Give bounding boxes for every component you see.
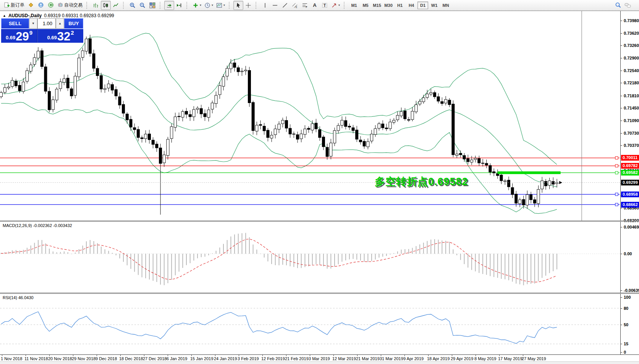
autotrading-button[interactable]: 自动交易 [56,1,84,10]
periods-button[interactable]: ▾ [203,1,215,10]
bull-candle [55,89,58,100]
macd-histogram-bar [404,249,405,254]
date-label: 18 Dec 2018 [119,356,143,361]
bear-candle [500,175,503,181]
pane-separator[interactable] [0,221,639,222]
collapse-triangle-icon[interactable]: ▲ [3,14,6,18]
favorites-button[interactable] [26,1,36,10]
macd-histogram-bar [445,241,446,254]
macd-histogram-bar [456,254,457,255]
highlight-trendline-segment[interactable] [498,171,561,174]
bull-candle [85,39,88,51]
search-button[interactable] [613,1,623,10]
svg-text:T: T [324,3,326,8]
sell-price-display[interactable]: 0.69 29 9 [1,29,37,43]
indicators-icon [193,2,199,8]
community-button[interactable] [36,1,46,10]
bar-chart-button[interactable] [91,1,101,10]
axis-tick-mark [620,71,622,71]
tf-button-h1[interactable]: H1 [395,2,405,9]
buy-button[interactable]: BUY [64,18,83,29]
tf-button-d1[interactable]: D1 [417,2,428,9]
favorites-icon [28,2,34,9]
equidistant-channel-tool[interactable]: E [290,1,300,10]
macd-histogram-bar [42,240,42,254]
rsi-pane[interactable] [0,294,620,354]
chat-button[interactable] [623,1,633,10]
cursor-button[interactable] [233,1,243,10]
chevron-down-icon: ▾ [200,3,201,7]
date-axis[interactable]: 1 Nov 201811 Nov 201820 Nov 201829 Nov 2… [0,354,639,361]
line-chart-button[interactable] [111,1,121,10]
bull-candle [181,111,184,117]
macd-histogram-bar [34,243,35,254]
tf-button-m1[interactable]: M1 [349,2,359,9]
pane-separator[interactable] [0,293,639,294]
tf-button-h4[interactable]: H4 [406,2,417,9]
line-endpoint-marker[interactable] [615,164,618,167]
chevron-down-icon: ▾ [338,3,340,7]
date-tick-mark [381,355,381,356]
zoom-out-button[interactable] [138,1,147,10]
tf-button-m5[interactable]: M5 [360,2,371,9]
line-endpoint-marker[interactable] [615,171,618,174]
tf-button-m30[interactable]: M30 [383,2,394,9]
crosshair-icon [245,2,251,8]
macd-histogram-bar [227,240,228,254]
text-tool[interactable]: A [310,1,320,10]
macd-histogram-bar [542,254,542,278]
main-chart[interactable] [0,11,620,221]
text-label-tool[interactable]: T [320,1,330,10]
toolbar-grip [160,2,163,9]
tf-button-w1[interactable]: W1 [429,2,440,9]
candlestick-chart-button[interactable] [101,1,111,10]
line-endpoint-marker[interactable] [615,203,618,206]
sell-button[interactable]: SELL [1,18,29,29]
horizontal-line-tool[interactable] [270,1,280,10]
new-order-button[interactable]: 新订单 [2,1,26,10]
fibonacci-tool[interactable]: F [300,1,310,10]
tf-button-m15[interactable]: M15 [372,2,382,9]
macd-histogram-bar [27,248,28,254]
bull-candle [26,71,28,81]
bear-candle [92,54,95,69]
price-tick-label: 0.73620 [624,31,639,35]
line-endpoint-marker[interactable] [615,156,618,159]
bear-candle [507,180,510,187]
chart-annotation-text[interactable]: 多空转折点0.69582 [375,175,468,188]
bull-candle [374,129,377,135]
chart-shift-button[interactable] [174,1,184,10]
macd-pane[interactable] [0,222,620,293]
indicators-button[interactable]: ▾ [191,1,203,10]
buy-price-display[interactable]: 0.69 32 2 [37,29,83,43]
price-axis[interactable]: 0.739800.736200.732600.729000.725400.721… [620,11,639,354]
zoom-in-button[interactable] [128,1,138,10]
auto-scroll-button[interactable] [164,1,174,10]
macd-histogram-bar [131,254,131,269]
arrows-tool[interactable]: ▾ [330,1,341,10]
macd-histogram-bar [312,254,313,265]
templates-button[interactable]: ▾ [215,1,226,10]
macd-histogram-bar [297,254,298,268]
trendline-tool[interactable] [280,1,290,10]
macd-histogram-bar [323,254,324,266]
macd-histogram-bar [234,234,235,254]
line-endpoint-marker[interactable] [615,193,618,196]
volume-increase-button[interactable]: ▲ [56,18,64,29]
volume-decrease-button[interactable]: ▼ [29,18,37,29]
tile-windows-button[interactable] [147,1,157,10]
volume-input[interactable]: 1.00 [37,18,56,29]
bull-candle [174,117,176,127]
chat-icon [624,2,631,8]
bear-candle [44,67,47,91]
date-label: 6 Jan 2019 [167,356,187,361]
axis-tick-mark [620,21,622,21]
bull-candle [241,71,243,72]
macd-histogram-bar [71,254,72,254]
tf-button-mn[interactable]: MN [440,2,451,9]
signals-button[interactable] [46,1,56,10]
macd-histogram-bar [512,254,513,282]
vertical-line-tool[interactable] [260,1,270,10]
crosshair-button[interactable] [243,1,253,10]
macd-histogram-bar [416,246,416,254]
